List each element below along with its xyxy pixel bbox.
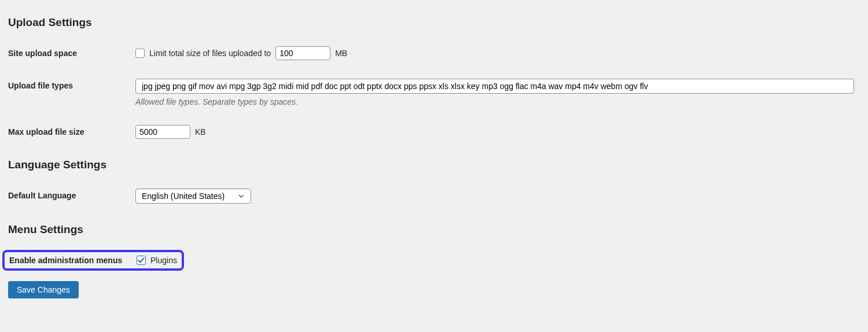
save-changes-button[interactable]: Save Changes (8, 281, 79, 298)
max-upload-size-input[interactable] (135, 125, 190, 139)
language-settings-heading: Language Settings (8, 158, 860, 171)
plugins-label: Plugins (150, 256, 177, 265)
limit-upload-unit: MB (335, 49, 347, 58)
site-upload-space-label: Site upload space (8, 39, 135, 72)
language-settings-table: Default Language English (United States) (8, 182, 860, 215)
limit-upload-checkbox[interactable] (135, 49, 145, 58)
enable-admin-menus-label: Enable administration menus (9, 256, 137, 265)
upload-file-types-label: Upload file types (8, 72, 135, 118)
limit-upload-text: Limit total size of files uploaded to (149, 49, 271, 58)
enable-admin-menus-highlight: Enable administration menus Plugins (2, 250, 184, 271)
max-upload-size-label: Max upload file size (8, 118, 135, 150)
upload-file-types-input[interactable] (135, 79, 854, 94)
default-language-select[interactable]: English (United States) (135, 189, 251, 204)
limit-upload-value[interactable] (275, 46, 330, 60)
default-language-label: Default Language (8, 182, 135, 215)
plugins-checkbox[interactable] (137, 256, 146, 265)
max-upload-size-unit: KB (195, 127, 206, 137)
upload-settings-table: Site upload space Limit total size of fi… (8, 39, 860, 150)
upload-file-types-help: Allowed file types. Separate types by sp… (135, 97, 854, 106)
upload-settings-heading: Upload Settings (8, 16, 860, 29)
menu-settings-heading: Menu Settings (8, 223, 860, 236)
